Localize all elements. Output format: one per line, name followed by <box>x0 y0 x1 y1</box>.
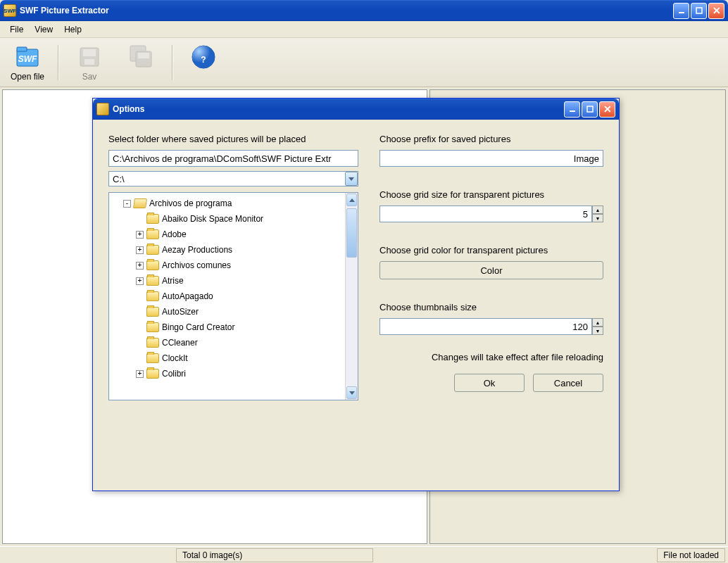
folder-tree: -Archivos de programaAbaiko Disk Space M… <box>108 192 358 400</box>
expand-icon[interactable]: + <box>136 370 144 378</box>
save-button: Sav <box>65 42 114 84</box>
scroll-up-button[interactable] <box>346 194 357 206</box>
save-all-icon <box>128 44 155 70</box>
tree-node[interactable]: +Archivos comunes <box>111 258 344 273</box>
main-titlebar: SWF SWF Picture Extractor ✕ <box>0 0 728 21</box>
open-file-label: Open file <box>11 72 44 82</box>
help-icon: ? <box>190 44 217 70</box>
folder-icon <box>146 214 159 224</box>
gridsize-spinner[interactable]: ▲ ▼ <box>379 205 603 222</box>
scroll-down-button[interactable] <box>346 386 357 399</box>
tree-node[interactable]: ClockIt <box>111 350 344 366</box>
app-title: SWF Picture Extractor <box>20 6 673 15</box>
folder-icon <box>146 291 159 301</box>
options-close-button[interactable]: ✕ <box>599 101 615 118</box>
tree-node[interactable]: +Colibri <box>111 366 344 381</box>
cancel-button[interactable]: Cancel <box>533 374 603 392</box>
tree-scrollbar[interactable] <box>345 193 358 400</box>
svg-rect-7 <box>84 59 94 65</box>
options-icon <box>96 103 109 115</box>
expander-blank <box>136 215 144 223</box>
folder-icon <box>146 322 159 332</box>
open-file-button[interactable]: SWF Open file <box>3 42 52 84</box>
tree-node-label: Archivos de programa <box>149 198 232 208</box>
tree-node-label: Archivos comunes <box>162 260 231 270</box>
folder-icon <box>146 245 159 255</box>
status-total: Total 0 image(s) <box>176 548 373 562</box>
thumbsize-up-button[interactable]: ▲ <box>592 318 603 327</box>
folder-icon <box>146 307 159 317</box>
tree-node[interactable]: AutoSizer <box>111 304 344 320</box>
tree-node-label: AutoApagado <box>162 291 213 301</box>
folder-icon <box>133 198 147 208</box>
color-button[interactable]: Color <box>379 261 603 279</box>
tree-node[interactable]: AutoApagado <box>111 289 344 304</box>
maximize-button[interactable] <box>691 3 707 19</box>
svg-text:SWF: SWF <box>18 54 37 64</box>
options-dialog: Options ✕ Select folder where saved pict… <box>92 98 620 491</box>
tree-node[interactable]: Bingo Card Creator <box>111 320 344 335</box>
tree-node[interactable]: +Atrise <box>111 273 344 289</box>
toolbar: SWF Open file Sav ? <box>0 38 728 87</box>
drive-dropdown-button[interactable] <box>345 172 358 186</box>
tree-node-label: Abaiko Disk Space Monitor <box>162 214 263 224</box>
drive-combo[interactable]: C:\ <box>108 171 358 186</box>
folder-icon <box>146 369 159 379</box>
ok-button[interactable]: Ok <box>454 374 525 392</box>
svg-rect-10 <box>138 53 149 58</box>
tree-node[interactable]: CCleaner <box>111 335 344 350</box>
folder-icon <box>146 260 159 270</box>
gridcolor-label: Choose grid color for transparent pictur… <box>379 245 603 255</box>
gridsize-down-button[interactable]: ▼ <box>592 214 603 222</box>
menu-file[interactable]: File <box>4 23 29 37</box>
svg-rect-0 <box>679 12 684 13</box>
scroll-thumb[interactable] <box>346 208 357 258</box>
save-icon <box>76 44 103 70</box>
tree-node[interactable]: -Archivos de programa <box>111 196 344 211</box>
expander-blank <box>136 324 144 331</box>
expand-icon[interactable]: + <box>136 277 144 285</box>
thumbsize-spinner[interactable]: ▲ ▼ <box>379 318 603 335</box>
thumbsize-down-button[interactable]: ▼ <box>592 327 603 335</box>
thumbsize-input[interactable] <box>379 318 592 335</box>
expand-icon[interactable]: + <box>136 262 144 270</box>
gridsize-input[interactable] <box>379 205 592 222</box>
prefix-label: Choose prefix for saved pictures <box>379 134 603 144</box>
menu-help[interactable]: Help <box>58 23 87 37</box>
tree-node-label: Adobe <box>162 229 187 239</box>
options-minimize-button[interactable] <box>564 101 580 118</box>
folder-label: Select folder where saved pictures will … <box>108 134 358 144</box>
expander-blank <box>136 355 144 362</box>
tree-node-label: AutoSizer <box>162 307 199 317</box>
folder-icon <box>146 338 159 348</box>
folder-icon <box>146 229 159 239</box>
menu-view[interactable]: View <box>29 23 58 37</box>
expander-blank <box>136 339 144 347</box>
gridsize-up-button[interactable]: ▲ <box>592 205 603 214</box>
close-button[interactable]: ✕ <box>708 3 724 19</box>
app-icon: SWF <box>4 4 16 17</box>
tree-node-label: Aezay Productions <box>162 245 232 255</box>
minimize-button[interactable] <box>673 3 689 19</box>
save-label: Sav <box>82 72 97 82</box>
folder-path-input[interactable] <box>108 150 358 167</box>
expand-icon[interactable]: + <box>136 246 144 254</box>
gridsize-label: Choose grid size for transparent picture… <box>379 189 603 200</box>
options-maximize-button[interactable] <box>582 101 598 118</box>
expander-blank <box>136 308 144 316</box>
tree-node-label: ClockIt <box>162 353 188 363</box>
tree-node[interactable]: +Adobe <box>111 227 344 242</box>
folder-icon <box>146 353 159 363</box>
folder-tree-list[interactable]: -Archivos de programaAbaiko Disk Space M… <box>109 193 345 400</box>
help-button[interactable]: ? <box>179 42 228 84</box>
folder-icon <box>146 276 159 286</box>
statusbar: Total 0 image(s) File not loaded <box>0 546 728 563</box>
tree-node[interactable]: Abaiko Disk Space Monitor <box>111 211 344 227</box>
expand-icon[interactable]: + <box>136 231 144 239</box>
svg-text:?: ? <box>201 55 206 65</box>
collapse-icon[interactable]: - <box>123 200 131 208</box>
toolbar-separator <box>172 45 173 80</box>
tree-node[interactable]: +Aezay Productions <box>111 242 344 258</box>
prefix-input[interactable] <box>379 150 603 167</box>
tree-node-label: Colibri <box>162 369 186 379</box>
